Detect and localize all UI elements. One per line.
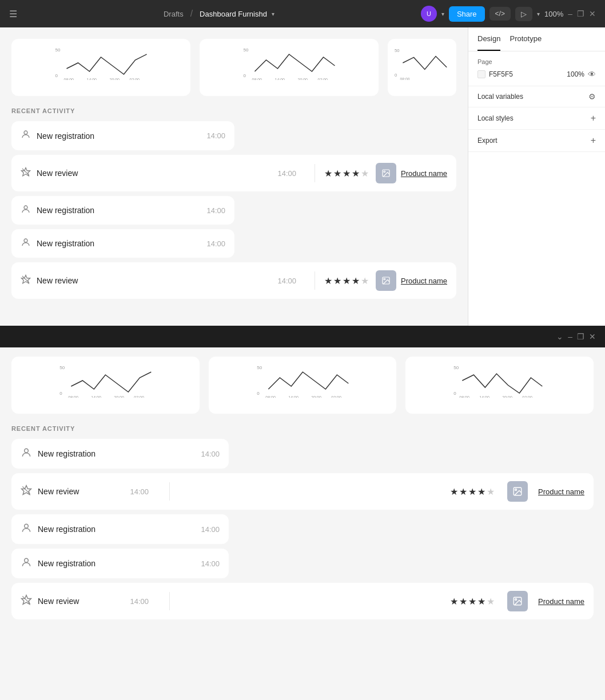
user-icon [21, 522, 32, 536]
star-5: ★ [361, 275, 369, 286]
star-1: ★ [324, 168, 332, 179]
canvas-area-top: 50 0 08:00 14:00 20:00 02:00 50 0 08:0 [0, 27, 468, 326]
restore-button[interactable]: ❐ [577, 9, 584, 18]
list-item: New registration 14:00 [11, 196, 234, 225]
second-canvas: 50 0 08:00 14:00 20:00 02:00 50 0 08:00 … [0, 347, 605, 700]
code-icon[interactable]: </> [489, 7, 511, 21]
sliders-icon[interactable]: ⚙ [588, 92, 596, 101]
star-rating: ★ ★ ★ ★ ★ [324, 275, 369, 286]
second-restore-button[interactable]: ❐ [577, 332, 584, 341]
local-variables-label: Local variables [477, 93, 523, 101]
breadcrumb: Drafts / Dashboard Furnishd ▾ [164, 9, 274, 19]
review-time: 14:00 [278, 277, 306, 285]
hamburger-icon[interactable]: ☰ [9, 9, 17, 19]
drafts-link[interactable]: Drafts [164, 10, 184, 18]
second-minimize-button[interactable]: – [568, 332, 572, 341]
svg-point-15 [24, 131, 27, 134]
tab-design[interactable]: Design [477, 27, 500, 51]
tab-prototype[interactable]: Prototype [510, 27, 542, 51]
star-2: ★ [459, 596, 467, 607]
svg-text:08:00: 08:00 [64, 78, 74, 80]
review-section-right: ★ ★ ★ ★ ★ Product name [450, 591, 584, 611]
star-2: ★ [333, 275, 341, 286]
page-color-swatch[interactable] [477, 70, 485, 78]
svg-text:50: 50 [55, 47, 61, 53]
svg-text:08:00: 08:00 [400, 77, 410, 80]
review-label: New review [38, 487, 79, 496]
close-button[interactable]: ✕ [589, 9, 596, 18]
breadcrumb-sep: / [190, 9, 193, 19]
review-section-left: New review 14:00 [21, 594, 158, 608]
divider [169, 592, 170, 610]
reg-time: 14:00 [206, 239, 225, 248]
review-label: New review [38, 597, 79, 606]
star-5: ★ [487, 596, 495, 607]
page-opacity-value: 100% [567, 70, 584, 78]
avatar-chevron-icon[interactable]: ▾ [441, 11, 444, 17]
star-4: ★ [477, 486, 485, 497]
reg-item-left: New registration [21, 204, 94, 217]
user-icon [21, 237, 31, 250]
svg-text:0: 0 [454, 391, 457, 396]
local-styles-row: Local styles + [468, 107, 605, 130]
list-item: New review 14:00 ★ ★ ★ ★ ★ [11, 155, 456, 191]
svg-text:50: 50 [257, 365, 262, 370]
reg-time: 14:00 [206, 206, 225, 215]
svg-point-19 [384, 171, 385, 173]
reg-item-left: New registration [21, 447, 95, 461]
reg-label: New registration [38, 449, 95, 458]
add-local-style-icon[interactable]: + [591, 113, 596, 123]
list-item: New registration 14:00 [11, 229, 234, 258]
svg-text:0: 0 [257, 391, 260, 396]
product-name-link[interactable]: Product name [401, 169, 447, 178]
chart-svg-1: 50 0 08:00 14:00 20:00 02:00 [18, 46, 184, 80]
chart-card-3: 50 0 08:00 [388, 39, 456, 96]
panel-tabs: Design Prototype [468, 27, 605, 51]
reg-time: 14:00 [201, 450, 220, 458]
svg-text:0: 0 [59, 391, 62, 396]
star-3: ★ [468, 486, 476, 497]
list-item: New registration 14:00 [11, 121, 234, 150]
svg-point-54 [515, 599, 517, 601]
divider [315, 271, 315, 290]
play-button[interactable]: ▷ [515, 7, 532, 21]
star-list-icon [21, 485, 32, 498]
charts-row-bottom: 50 0 08:00 14:00 20:00 02:00 50 0 08:00 … [11, 357, 594, 414]
reg-time: 14:00 [201, 559, 220, 568]
local-styles-label: Local styles [477, 114, 514, 122]
star-4: ★ [477, 596, 485, 607]
user-icon [21, 129, 31, 142]
product-name-link[interactable]: Product name [401, 277, 447, 285]
star-3: ★ [343, 168, 351, 179]
second-window: ⌄ – ❐ ✕ 50 0 08:00 14:00 20:00 02:00 50 [0, 326, 605, 700]
chart-card-1: 50 0 08:00 14:00 20:00 02:00 [11, 39, 190, 96]
section-title-bottom: RECENT ACTIVITY [11, 425, 594, 432]
play-chevron-icon[interactable]: ▾ [537, 11, 540, 17]
svg-text:02:00: 02:00 [134, 395, 144, 398]
page-color-value: F5F5F5 [489, 70, 513, 78]
svg-text:20:00: 20:00 [110, 78, 120, 80]
page-section: Page F5F5F5 100% 👁 [468, 51, 605, 86]
zoom-control[interactable]: 100% [544, 10, 563, 18]
add-export-icon[interactable]: + [591, 135, 596, 146]
review-section-left: New review 14:00 [21, 485, 158, 498]
share-button[interactable]: Share [449, 6, 485, 22]
visibility-icon[interactable]: 👁 [588, 70, 596, 79]
star-list-icon [21, 274, 31, 287]
second-close-button[interactable]: ✕ [589, 332, 596, 341]
svg-text:08:00: 08:00 [252, 78, 262, 80]
minimize-button[interactable]: – [568, 9, 572, 18]
product-name-link[interactable]: Product name [538, 487, 584, 496]
chart-svg-b2: 50 0 08:00 14:00 20:00 02:00 [216, 363, 390, 398]
reg-label: New registration [38, 559, 95, 568]
list-item: New registration 14:00 [11, 439, 229, 469]
svg-text:20:00: 20:00 [311, 395, 321, 398]
review-time: 14:00 [107, 487, 158, 496]
star-rating: ★ ★ ★ ★ ★ [450, 596, 495, 607]
product-name-link[interactable]: Product name [538, 597, 584, 606]
second-chevron-button[interactable]: ⌄ [556, 332, 563, 341]
chevron-down-icon[interactable]: ▾ [272, 11, 274, 17]
avatar[interactable]: U [421, 6, 437, 22]
local-variables-row: Local variables ⚙ [468, 86, 605, 107]
star-3: ★ [343, 275, 351, 286]
